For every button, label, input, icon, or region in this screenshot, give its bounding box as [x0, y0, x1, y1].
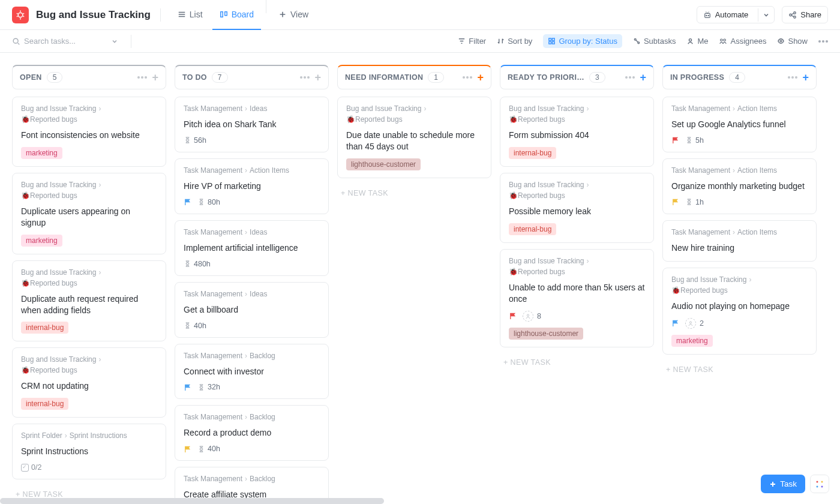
card-breadcrumb: Sprint Folder›Sprint Instructions	[21, 431, 157, 440]
tag[interactable]: lighthouse-customer	[346, 158, 421, 170]
column-more-icon[interactable]	[625, 76, 635, 79]
column-more-icon[interactable]	[788, 76, 797, 79]
breadcrumb-segment: Task Management	[184, 104, 242, 113]
sort-button[interactable]: Sort by	[497, 37, 532, 46]
breadcrumb-segment: Bug and Issue Tracking	[21, 104, 96, 113]
svg-point-22	[817, 481, 818, 482]
column-more-icon[interactable]	[463, 76, 472, 79]
task-card[interactable]: Task Management›Action ItemsOrganize mon…	[662, 158, 817, 214]
svg-point-4	[706, 15, 706, 16]
task-card[interactable]: Task Management›IdeasImplement artificia…	[175, 220, 329, 276]
share-button[interactable]: Share	[782, 6, 828, 23]
task-card[interactable]: Task Management›BacklogConnect with inve…	[175, 344, 329, 400]
task-card[interactable]: Task Management›Action ItemsHire VP of m…	[175, 158, 329, 214]
card-meta: 40h	[184, 322, 320, 330]
board-column: IN PROGRESS4+Task Management›Action Item…	[662, 65, 817, 379]
task-card[interactable]: Task Management›IdeasPitch idea on Shark…	[175, 97, 329, 152]
task-card[interactable]: Task Management›IdeasGet a billboard40h	[175, 282, 329, 338]
breadcrumb-segment: Backlog	[250, 352, 275, 360]
task-card[interactable]: Bug and Issue Tracking›🐞Reported bugsUna…	[500, 249, 654, 347]
view-tabs: List Board View	[170, 0, 316, 30]
horizontal-scrollbar[interactable]	[0, 498, 384, 504]
task-card[interactable]: Bug and Issue Tracking›🐞Reported bugsDup…	[12, 260, 166, 342]
task-card[interactable]: Bug and Issue Tracking›🐞Reported bugsDue…	[337, 97, 491, 178]
column-add-icon[interactable]: +	[152, 73, 158, 82]
task-card[interactable]: Sprint Folder›Sprint InstructionsSprint …	[12, 424, 166, 479]
tag[interactable]: marketing	[671, 335, 713, 347]
assignees-button[interactable]: Assignees	[719, 37, 766, 46]
tab-list[interactable]: List	[170, 0, 210, 30]
column-add-icon[interactable]: +	[477, 73, 484, 82]
task-card[interactable]: Task Management›Action ItemsNew hire tra…	[662, 220, 817, 262]
tag[interactable]: internal-bug	[21, 322, 68, 334]
task-card[interactable]: Task Management›BacklogRecord a product …	[175, 405, 329, 461]
automate-label: Automate	[715, 10, 749, 19]
filter-button[interactable]: Filter	[458, 37, 486, 46]
new-task-link[interactable]: + NEW TASK	[662, 361, 817, 379]
task-card[interactable]: Task Management›Action ItemsSet up Googl…	[662, 97, 817, 152]
new-task-link[interactable]: + NEW TASK	[500, 353, 654, 371]
task-card[interactable]: Bug and Issue Tracking›🐞Reported bugsPos…	[500, 173, 654, 243]
tab-board[interactable]: Board	[212, 0, 261, 30]
breadcrumb-segment: Ideas	[250, 290, 267, 298]
assignee-avatar-icon[interactable]	[523, 311, 533, 322]
chevron-right-icon: ›	[586, 104, 589, 113]
breadcrumb-segment: Bug and Issue Tracking	[21, 355, 96, 364]
chevron-right-icon: ›	[98, 104, 101, 113]
column-more-icon[interactable]	[137, 76, 147, 79]
tag[interactable]: internal-bug	[509, 223, 556, 235]
column-more-icon[interactable]	[300, 76, 310, 79]
task-card[interactable]: Bug and Issue Tracking›🐞Reported bugsCRM…	[12, 347, 166, 418]
task-card[interactable]: Bug and Issue Tracking›🐞Reported bugsAud…	[662, 268, 817, 355]
assignee-avatar-icon[interactable]	[685, 318, 696, 329]
column-add-icon[interactable]: +	[640, 73, 646, 82]
tag[interactable]: lighthouse-customer	[509, 328, 583, 340]
task-card[interactable]: Bug and Issue Tracking›🐞Reported bugsDup…	[12, 173, 166, 254]
new-task-link[interactable]: + NEW TASK	[337, 184, 491, 202]
card-breadcrumb: Task Management›Backlog	[184, 352, 320, 360]
toolbar-divider	[131, 35, 131, 48]
tab-board-label: Board	[232, 10, 254, 19]
search-chevron-icon[interactable]	[112, 38, 118, 44]
tag[interactable]: marketing	[21, 235, 62, 247]
subtasks-label: Subtasks	[644, 37, 676, 46]
card-breadcrumb: Bug and Issue Tracking›🐞Reported bugs	[21, 181, 157, 200]
assignee-count: 2	[700, 319, 704, 328]
chevron-right-icon: ›	[98, 181, 101, 189]
card-breadcrumb: Bug and Issue Tracking›🐞Reported bugs	[346, 104, 482, 124]
tag[interactable]: internal-bug	[509, 147, 556, 159]
breadcrumb-segment: Action Items	[737, 104, 777, 113]
toolbar-more-icon[interactable]	[818, 40, 828, 43]
apps-button[interactable]	[810, 475, 829, 493]
svg-point-9	[13, 38, 18, 43]
svg-point-20	[527, 314, 529, 316]
automate-button[interactable]: Automate	[697, 6, 775, 23]
tab-add-view[interactable]: View	[271, 0, 316, 30]
show-button[interactable]: Show	[777, 37, 808, 46]
group-button[interactable]: Group by: Status	[543, 34, 622, 48]
column-add-icon[interactable]: +	[314, 73, 321, 82]
task-card[interactable]: Bug and Issue Tracking›🐞Reported bugsFon…	[12, 97, 166, 167]
board[interactable]: OPEN5+Bug and Issue Tracking›🐞Reported b…	[0, 53, 840, 504]
svg-point-18	[724, 39, 726, 41]
search-input[interactable]	[24, 37, 108, 46]
column-add-icon[interactable]: +	[802, 73, 809, 82]
breadcrumb-segment: 🐞Reported bugs	[346, 115, 403, 124]
svg-rect-10	[549, 38, 551, 41]
svg-rect-3	[704, 13, 710, 17]
tag[interactable]: internal-bug	[21, 398, 68, 410]
column-title: NEED INFORMATION	[345, 73, 423, 82]
card-meta: 80h	[184, 198, 320, 206]
subtasks-button[interactable]: Subtasks	[633, 37, 676, 46]
me-button[interactable]: Me	[686, 37, 708, 46]
card-meta: 40h	[184, 445, 320, 453]
app-bug-icon	[12, 7, 29, 23]
automate-chevron-icon[interactable]	[758, 8, 774, 22]
card-title: Get a billboard	[184, 304, 320, 316]
new-task-floating-button[interactable]: Task	[761, 475, 805, 493]
hourglass-icon	[184, 136, 191, 144]
card-tags: marketing	[671, 335, 808, 347]
tag[interactable]: marketing	[21, 147, 62, 159]
column-count: 5	[47, 72, 63, 83]
task-card[interactable]: Bug and Issue Tracking›🐞Reported bugsFor…	[500, 97, 654, 167]
